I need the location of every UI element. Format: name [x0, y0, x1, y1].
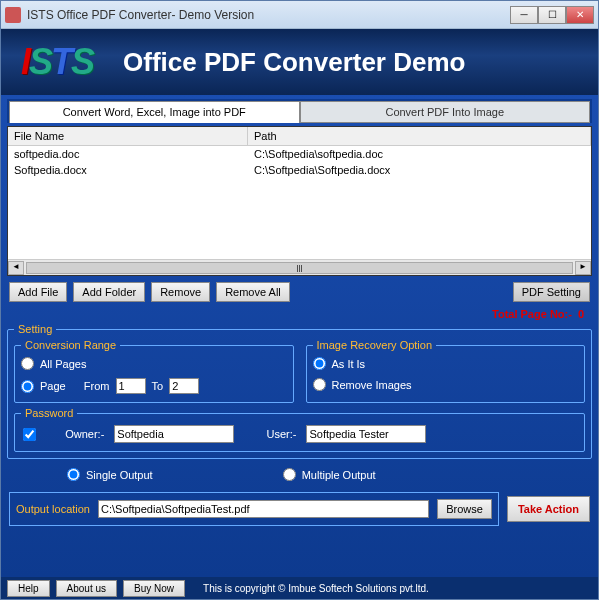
- app-window: ISTS Office PDF Converter- Demo Version …: [0, 0, 599, 600]
- as-it-is-label: As It Is: [332, 358, 366, 370]
- tab-pdf-to-image[interactable]: Convert PDF Into Image: [300, 101, 591, 123]
- from-input[interactable]: [116, 378, 146, 394]
- file-list-rows[interactable]: softpedia.doc C:\Softpedia\softpedia.doc…: [8, 146, 591, 259]
- output-mode-row: Single Output Multiple Output: [7, 462, 592, 487]
- owner-input[interactable]: [114, 425, 234, 443]
- multiple-output-radio[interactable]: [283, 468, 296, 481]
- pdf-setting-button[interactable]: PDF Setting: [513, 282, 590, 302]
- remove-images-radio[interactable]: [313, 378, 326, 391]
- tab-bar: Convert Word, Excel, Image into PDF Conv…: [7, 99, 592, 123]
- conversion-legend: Conversion Range: [21, 339, 120, 351]
- cell-name: Softpedia.docx: [8, 164, 248, 176]
- table-row[interactable]: softpedia.doc C:\Softpedia\softpedia.doc: [8, 146, 591, 162]
- password-checkbox[interactable]: [23, 428, 36, 441]
- browse-button[interactable]: Browse: [437, 499, 492, 519]
- page-label: Page: [40, 380, 66, 392]
- multiple-output-label: Multiple Output: [302, 469, 376, 481]
- as-it-is-radio-row[interactable]: As It Is: [313, 355, 579, 372]
- maximize-button[interactable]: ☐: [538, 6, 566, 24]
- file-list-header: File Name Path: [8, 127, 591, 146]
- scroll-thumb[interactable]: |||: [26, 262, 573, 274]
- total-page-label: Total Page No:-: [492, 308, 572, 320]
- help-button[interactable]: Help: [7, 580, 50, 597]
- setting-fieldset: Setting Conversion Range All Pages Page …: [7, 323, 592, 459]
- from-label: From: [84, 380, 110, 392]
- header-title: Office PDF Converter Demo: [123, 47, 465, 78]
- remove-images-label: Remove Images: [332, 379, 412, 391]
- user-input[interactable]: [306, 425, 426, 443]
- cell-path: C:\Softpedia\softpedia.doc: [248, 148, 591, 160]
- as-it-is-radio[interactable]: [313, 357, 326, 370]
- page-range-radio-row[interactable]: Page From To: [21, 376, 287, 396]
- all-pages-radio[interactable]: [21, 357, 34, 370]
- conversion-range-fieldset: Conversion Range All Pages Page From To: [14, 339, 294, 403]
- col-header-path[interactable]: Path: [248, 127, 591, 145]
- to-label: To: [152, 380, 164, 392]
- file-list-panel: File Name Path softpedia.doc C:\Softpedi…: [7, 126, 592, 276]
- to-input[interactable]: [169, 378, 199, 394]
- remove-images-radio-row[interactable]: Remove Images: [313, 376, 579, 393]
- password-legend: Password: [21, 407, 77, 419]
- horizontal-scrollbar[interactable]: ◄ ||| ►: [8, 259, 591, 275]
- user-label: User:-: [267, 428, 297, 440]
- total-page-value: 0: [578, 308, 584, 320]
- window-controls: ─ ☐ ✕: [510, 6, 594, 24]
- page-range-radio[interactable]: [21, 380, 34, 393]
- multiple-output-row[interactable]: Multiple Output: [283, 466, 376, 483]
- remove-button[interactable]: Remove: [151, 282, 210, 302]
- image-recovery-fieldset: Image Recovery Option As It Is Remove Im…: [306, 339, 586, 403]
- titlebar: ISTS Office PDF Converter- Demo Version …: [1, 1, 598, 29]
- output-location-box: Output location Browse: [9, 492, 499, 526]
- cell-name: softpedia.doc: [8, 148, 248, 160]
- about-button[interactable]: About us: [56, 580, 117, 597]
- single-output-radio[interactable]: [67, 468, 80, 481]
- output-location-input[interactable]: [98, 500, 429, 518]
- copyright-text: This is copyright © Imbue Softech Soluti…: [203, 583, 429, 594]
- single-output-row[interactable]: Single Output: [67, 466, 153, 483]
- all-pages-radio-row[interactable]: All Pages: [21, 355, 287, 372]
- window-title: ISTS Office PDF Converter- Demo Version: [27, 8, 510, 22]
- output-location-label: Output location: [16, 503, 90, 515]
- header-banner: ISTS Office PDF Converter Demo: [1, 29, 598, 95]
- owner-label: Owner:-: [65, 428, 104, 440]
- scroll-left-icon[interactable]: ◄: [8, 261, 24, 275]
- tab-convert-to-pdf[interactable]: Convert Word, Excel, Image into PDF: [9, 101, 300, 123]
- add-file-button[interactable]: Add File: [9, 282, 67, 302]
- single-output-label: Single Output: [86, 469, 153, 481]
- recovery-legend: Image Recovery Option: [313, 339, 437, 351]
- logo: ISTS: [21, 41, 93, 83]
- setting-legend: Setting: [14, 323, 56, 335]
- main-body: Convert Word, Excel, Image into PDF Conv…: [1, 95, 598, 577]
- close-button[interactable]: ✕: [566, 6, 594, 24]
- footer: Help About us Buy Now This is copyright …: [1, 577, 598, 599]
- password-fieldset: Password Owner:- User:-: [14, 407, 585, 452]
- total-page-row: Total Page No:- 0: [7, 308, 592, 320]
- output-location-row: Output location Browse Take Action: [7, 490, 592, 528]
- take-action-button[interactable]: Take Action: [507, 496, 590, 522]
- col-header-filename[interactable]: File Name: [8, 127, 248, 145]
- buy-now-button[interactable]: Buy Now: [123, 580, 185, 597]
- app-icon: [5, 7, 21, 23]
- add-folder-button[interactable]: Add Folder: [73, 282, 145, 302]
- table-row[interactable]: Softpedia.docx C:\Softpedia\Softpedia.do…: [8, 162, 591, 178]
- scroll-right-icon[interactable]: ►: [575, 261, 591, 275]
- all-pages-label: All Pages: [40, 358, 86, 370]
- remove-all-button[interactable]: Remove All: [216, 282, 290, 302]
- minimize-button[interactable]: ─: [510, 6, 538, 24]
- file-buttons-row: Add File Add Folder Remove Remove All PD…: [7, 279, 592, 305]
- cell-path: C:\Softpedia\Softpedia.docx: [248, 164, 591, 176]
